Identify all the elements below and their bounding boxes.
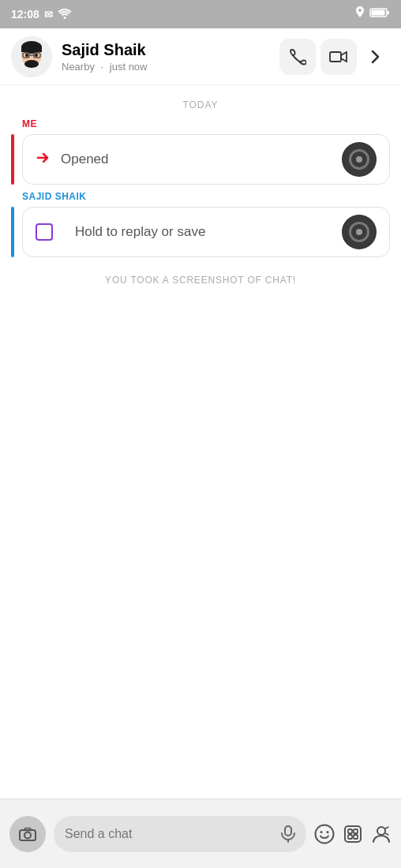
more-button[interactable] (362, 43, 390, 71)
svg-rect-23 (345, 826, 361, 842)
time-ago: just now (110, 61, 148, 73)
avatar (11, 36, 52, 77)
chat-input[interactable] (65, 827, 281, 841)
me-message-row: Opened (11, 134, 390, 185)
svg-point-8 (24, 60, 39, 68)
other-message-bubble: Hold to replay or save (22, 207, 390, 257)
other-message-text: Hold to replay or save (75, 224, 335, 240)
separator-dot: · (101, 61, 104, 73)
contact-name: Sajid Shaik (62, 41, 279, 59)
video-call-button[interactable] (320, 39, 357, 75)
header-actions (279, 39, 390, 75)
svg-rect-27 (354, 835, 358, 839)
chat-area: TODAY ME Opened (0, 85, 401, 751)
message-status-icon: ✉ (44, 9, 53, 21)
wifi-icon (58, 8, 72, 21)
svg-rect-24 (348, 829, 352, 833)
mic-button[interactable] (281, 825, 295, 843)
svg-point-28 (377, 827, 385, 835)
me-left-bar (11, 134, 14, 185)
svg-rect-18 (285, 826, 291, 836)
svg-point-22 (327, 831, 329, 833)
other-left-bar (11, 207, 14, 257)
chat-spacer (0, 294, 401, 751)
contact-status: Nearby · just now (62, 61, 279, 73)
sticker-button[interactable] (343, 824, 363, 844)
me-sender-label: ME (22, 118, 390, 129)
time-display: 12:08 (11, 8, 39, 21)
emoji-button[interactable] (314, 824, 335, 844)
camera-button[interactable] (9, 816, 46, 852)
svg-point-10 (35, 54, 38, 57)
status-bar: 12:08 ✉ (0, 0, 401, 28)
svg-rect-2 (387, 11, 389, 14)
svg-point-21 (320, 831, 323, 833)
other-snap-icon (342, 215, 377, 249)
svg-point-9 (25, 54, 28, 57)
svg-rect-3 (372, 10, 385, 16)
svg-rect-25 (354, 829, 358, 833)
me-snap-icon (342, 142, 377, 177)
battery-icon (369, 7, 390, 21)
svg-point-16 (24, 832, 31, 838)
location-icon (355, 6, 365, 22)
me-message-text: Opened (61, 152, 335, 167)
svg-point-0 (63, 17, 66, 19)
chat-header: Sajid Shaik Nearby · just now (0, 28, 401, 85)
bitmoji-button[interactable] (371, 824, 392, 844)
me-message-group: ME Opened (0, 118, 401, 191)
square-icon (36, 223, 53, 241)
date-separator: TODAY (0, 85, 401, 118)
other-message-group: SAJID SHAIK Hold to replay or save (0, 191, 401, 264)
svg-rect-14 (330, 52, 341, 62)
nearby-label: Nearby (62, 61, 95, 73)
svg-rect-26 (348, 835, 352, 839)
screenshot-notice: YOU TOOK A SCREENSHOT OF CHAT! (0, 264, 401, 294)
other-sender-label: SAJID SHAIK (22, 191, 390, 202)
svg-point-20 (316, 825, 334, 843)
me-message-bubble: Opened (22, 134, 390, 185)
header-info: Sajid Shaik Nearby · just now (62, 41, 279, 73)
bottom-bar (0, 799, 401, 868)
svg-rect-7 (21, 47, 42, 52)
arrow-icon (36, 151, 50, 169)
chat-input-wrap[interactable] (54, 816, 306, 852)
other-message-row: Hold to replay or save (11, 207, 390, 257)
status-right (355, 6, 390, 22)
status-left: 12:08 ✉ (11, 8, 72, 21)
call-button[interactable] (279, 39, 316, 75)
